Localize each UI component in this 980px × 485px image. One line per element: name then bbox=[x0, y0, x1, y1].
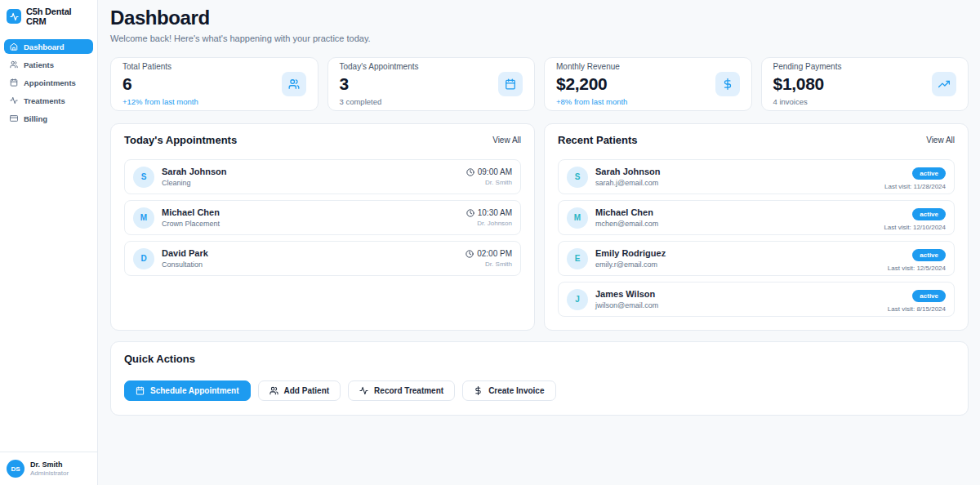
sidebar-nav: Dashboard Patients Appointments Treatmen… bbox=[0, 39, 97, 126]
sidebar-item-dashboard[interactable]: Dashboard bbox=[4, 39, 93, 54]
sidebar-item-label: Patients bbox=[24, 60, 54, 69]
stat-label: Today's Appointments bbox=[340, 62, 419, 71]
patient-row[interactable]: S Sarah Johnson sarah.j@email.com active… bbox=[558, 159, 955, 194]
stat-label: Total Patients bbox=[122, 62, 198, 71]
app-logo: C5h Dental CRM bbox=[0, 0, 97, 34]
stat-value: $2,200 bbox=[556, 74, 627, 94]
appointment-treatment: Crown Placement bbox=[162, 220, 459, 228]
avatar: M bbox=[133, 207, 154, 229]
appointment-patient-name: Michael Chen bbox=[162, 207, 459, 217]
patient-row[interactable]: M Michael Chen mchen@email.com active La… bbox=[558, 200, 955, 235]
patient-last-visit: Last visit: 11/28/2024 bbox=[884, 183, 946, 190]
appointment-row[interactable]: M Michael Chen Crown Placement 10:30 AM … bbox=[124, 200, 521, 235]
sidebar-item-label: Treatments bbox=[24, 96, 65, 105]
page-subtitle: Welcome back! Here's what's happening wi… bbox=[110, 33, 969, 43]
create-invoice-button[interactable]: Create Invoice bbox=[462, 380, 555, 401]
stat-label: Pending Payments bbox=[773, 62, 842, 71]
patient-email: mchen@email.com bbox=[595, 220, 876, 228]
patients-view-all-button[interactable]: View All bbox=[926, 136, 955, 145]
activity-icon bbox=[359, 386, 368, 395]
status-badge: active bbox=[912, 249, 946, 261]
appointment-doctor: Dr. Johnson bbox=[466, 220, 512, 227]
patient-row[interactable]: E Emily Rodriguez emily.r@email.com acti… bbox=[558, 241, 955, 276]
calendar-icon bbox=[10, 78, 18, 87]
stat-card-total-patients: Total Patients 6 +12% from last month bbox=[110, 57, 318, 111]
stat-sub: +8% from last month bbox=[556, 97, 627, 106]
record-treatment-button[interactable]: Record Treatment bbox=[348, 380, 455, 401]
patient-name: Sarah Johnson bbox=[595, 167, 877, 176]
appointment-row[interactable]: D David Park Consultation 02:00 PM Dr. S… bbox=[124, 241, 521, 276]
dollar-icon bbox=[474, 386, 483, 395]
button-label: Create Invoice bbox=[488, 386, 544, 395]
patient-row[interactable]: J James Wilson jwilson@email.com active … bbox=[558, 282, 955, 317]
add-patient-button[interactable]: Add Patient bbox=[258, 380, 341, 401]
patient-last-visit: Last visit: 8/15/2024 bbox=[888, 305, 946, 313]
user-role: Administrator bbox=[30, 469, 69, 477]
stat-sub: 4 invoices bbox=[773, 97, 842, 106]
quick-actions-panel: Quick Actions Schedule Appointment Add P… bbox=[110, 341, 969, 416]
appointment-row[interactable]: S Sarah Johnson Cleaning 09:00 AM Dr. Sm… bbox=[124, 159, 521, 194]
appointment-patient-name: David Park bbox=[162, 248, 458, 258]
patient-email: sarah.j@email.com bbox=[595, 179, 877, 187]
clock-icon bbox=[466, 209, 474, 217]
avatar: E bbox=[567, 248, 588, 269]
status-badge: active bbox=[912, 208, 946, 220]
stat-card-todays-appointments: Today's Appointments 3 3 completed bbox=[327, 57, 536, 111]
user-name: Dr. Smith bbox=[30, 461, 69, 469]
sidebar-item-billing[interactable]: Billing bbox=[4, 111, 93, 126]
patient-email: emily.r@email.com bbox=[595, 260, 880, 269]
activity-icon bbox=[10, 96, 18, 105]
dollar-icon bbox=[715, 72, 740, 96]
button-label: Schedule Appointment bbox=[150, 386, 239, 395]
status-badge: active bbox=[912, 167, 946, 180]
quick-actions-buttons: Schedule Appointment Add Patient Record … bbox=[124, 380, 955, 401]
sidebar: C5h Dental CRM Dashboard Patients Appoin… bbox=[0, 0, 98, 485]
page-title: Dashboard bbox=[110, 7, 969, 29]
home-icon bbox=[10, 42, 18, 51]
sidebar-item-patients[interactable]: Patients bbox=[4, 57, 93, 72]
sidebar-item-label: Appointments bbox=[24, 78, 76, 87]
patient-name: James Wilson bbox=[595, 289, 880, 299]
avatar: J bbox=[567, 289, 588, 310]
credit-card-icon bbox=[10, 114, 18, 122]
panels-row: Today's Appointments View All S Sarah Jo… bbox=[110, 123, 969, 331]
users-icon bbox=[10, 60, 18, 69]
button-label: Record Treatment bbox=[374, 386, 443, 395]
avatar: S bbox=[567, 167, 588, 188]
sidebar-user[interactable]: DS Dr. Smith Administrator bbox=[0, 452, 97, 485]
main-content: Dashboard Welcome back! Here's what's ha… bbox=[98, 0, 980, 485]
appointments-panel: Today's Appointments View All S Sarah Jo… bbox=[110, 123, 535, 331]
app-title: C5h Dental CRM bbox=[26, 7, 91, 26]
calendar-icon bbox=[136, 386, 145, 395]
user-avatar: DS bbox=[7, 460, 24, 478]
patient-last-visit: Last visit: 12/10/2024 bbox=[884, 224, 946, 231]
sidebar-item-label: Dashboard bbox=[24, 42, 65, 51]
schedule-appointment-button[interactable]: Schedule Appointment bbox=[124, 380, 251, 401]
appointment-doctor: Dr. Smith bbox=[466, 260, 512, 268]
calendar-icon bbox=[498, 72, 523, 96]
avatar: D bbox=[133, 248, 154, 269]
stat-sub: 3 completed bbox=[340, 97, 419, 106]
recent-patients-panel-title: Recent Patients bbox=[558, 134, 638, 146]
avatar: S bbox=[133, 167, 154, 188]
clock-icon bbox=[466, 168, 474, 176]
clock-icon bbox=[466, 250, 474, 258]
sidebar-item-treatments[interactable]: Treatments bbox=[4, 93, 93, 108]
appointment-treatment: Cleaning bbox=[162, 179, 459, 187]
stat-card-monthly-revenue: Monthly Revenue $2,200 +8% from last mon… bbox=[544, 57, 752, 111]
patient-name: Michael Chen bbox=[595, 207, 876, 217]
trending-up-icon bbox=[932, 72, 956, 96]
appointment-doctor: Dr. Smith bbox=[466, 179, 512, 186]
stat-card-pending-payments: Pending Payments $1,080 4 invoices bbox=[761, 57, 969, 111]
appointment-time: 09:00 AM bbox=[478, 167, 512, 176]
sidebar-item-appointments[interactable]: Appointments bbox=[4, 75, 93, 90]
stat-label: Monthly Revenue bbox=[556, 62, 627, 71]
stat-sub: +12% from last month bbox=[122, 97, 198, 106]
appointment-time: 02:00 PM bbox=[477, 249, 512, 258]
appointments-list: S Sarah Johnson Cleaning 09:00 AM Dr. Sm… bbox=[124, 159, 521, 276]
users-icon bbox=[282, 72, 306, 96]
appointments-panel-title: Today's Appointments bbox=[124, 134, 237, 146]
appointments-view-all-button[interactable]: View All bbox=[492, 136, 521, 145]
stat-value: 6 bbox=[122, 74, 198, 94]
stat-value: 3 bbox=[340, 74, 419, 94]
